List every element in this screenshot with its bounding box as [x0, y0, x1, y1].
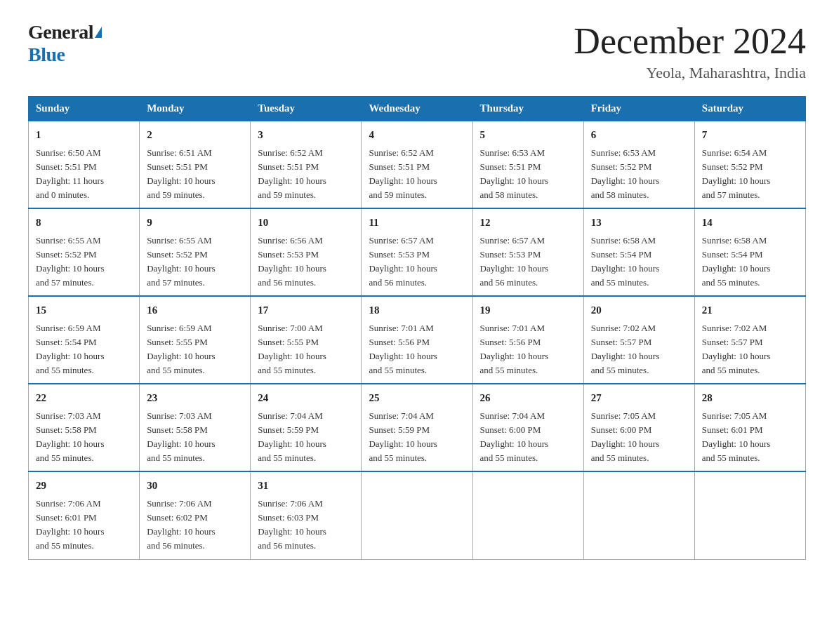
day-number: 1 [36, 127, 132, 143]
header-tuesday: Tuesday [251, 97, 362, 121]
calendar-week-row: 1Sunrise: 6:50 AMSunset: 5:51 PMDaylight… [29, 121, 806, 208]
calendar-cell [472, 471, 583, 559]
location-title: Yeola, Maharashtra, India [574, 64, 806, 82]
day-info: Sunrise: 7:04 AMSunset: 5:59 PMDaylight:… [258, 409, 354, 466]
day-number: 28 [702, 390, 798, 406]
calendar-cell: 9Sunrise: 6:55 AMSunset: 5:52 PMDaylight… [140, 208, 251, 296]
day-number: 9 [147, 215, 243, 231]
logo-general-text: General [28, 21, 93, 43]
calendar-cell: 7Sunrise: 6:54 AMSunset: 5:52 PMDaylight… [694, 121, 805, 208]
calendar-cell: 24Sunrise: 7:04 AMSunset: 5:59 PMDayligh… [251, 384, 362, 471]
calendar-cell: 1Sunrise: 6:50 AMSunset: 5:51 PMDaylight… [29, 121, 140, 208]
calendar-cell: 29Sunrise: 7:06 AMSunset: 6:01 PMDayligh… [29, 471, 140, 559]
calendar-cell: 13Sunrise: 6:58 AMSunset: 5:54 PMDayligh… [583, 208, 694, 296]
calendar-week-row: 8Sunrise: 6:55 AMSunset: 5:52 PMDaylight… [29, 208, 806, 296]
day-number: 19 [480, 302, 576, 318]
calendar-cell: 8Sunrise: 6:55 AMSunset: 5:52 PMDaylight… [29, 208, 140, 296]
calendar-cell: 25Sunrise: 7:04 AMSunset: 5:59 PMDayligh… [362, 384, 472, 471]
day-number: 22 [36, 390, 132, 406]
calendar-cell: 30Sunrise: 7:06 AMSunset: 6:02 PMDayligh… [140, 471, 251, 559]
day-number: 12 [480, 215, 576, 231]
day-number: 5 [480, 127, 576, 143]
day-number: 10 [258, 215, 354, 231]
day-number: 21 [702, 302, 798, 318]
day-info: Sunrise: 6:57 AMSunset: 5:53 PMDaylight:… [369, 234, 465, 290]
calendar-cell: 6Sunrise: 6:53 AMSunset: 5:52 PMDaylight… [583, 121, 694, 208]
logo: General Blue [28, 21, 102, 66]
header-friday: Friday [583, 97, 694, 121]
day-number: 8 [36, 215, 132, 231]
day-number: 15 [36, 302, 132, 318]
day-info: Sunrise: 6:52 AMSunset: 5:51 PMDaylight:… [258, 146, 354, 203]
page-header: General Blue December 2024 Yeola, Mahara… [28, 21, 806, 82]
day-number: 23 [147, 390, 243, 406]
header-sunday: Sunday [29, 97, 140, 121]
header-wednesday: Wednesday [362, 97, 472, 121]
day-info: Sunrise: 7:01 AMSunset: 5:56 PMDaylight:… [369, 321, 465, 378]
calendar-week-row: 15Sunrise: 6:59 AMSunset: 5:54 PMDayligh… [29, 296, 806, 384]
calendar-cell: 2Sunrise: 6:51 AMSunset: 5:51 PMDaylight… [140, 121, 251, 208]
day-info: Sunrise: 6:56 AMSunset: 5:53 PMDaylight:… [258, 234, 354, 290]
header-thursday: Thursday [472, 97, 583, 121]
day-number: 13 [591, 215, 687, 231]
day-number: 11 [369, 215, 465, 231]
day-info: Sunrise: 6:50 AMSunset: 5:51 PMDaylight:… [36, 146, 132, 203]
day-number: 25 [369, 390, 465, 406]
day-number: 26 [480, 390, 576, 406]
day-info: Sunrise: 7:04 AMSunset: 6:00 PMDaylight:… [480, 409, 576, 466]
calendar-cell: 27Sunrise: 7:05 AMSunset: 6:00 PMDayligh… [583, 384, 694, 471]
day-info: Sunrise: 6:58 AMSunset: 5:54 PMDaylight:… [702, 234, 798, 290]
logo-triangle-icon [95, 27, 102, 38]
day-info: Sunrise: 7:03 AMSunset: 5:58 PMDaylight:… [147, 409, 243, 466]
day-info: Sunrise: 7:06 AMSunset: 6:02 PMDaylight:… [147, 497, 243, 554]
day-number: 4 [369, 127, 465, 143]
calendar-cell: 19Sunrise: 7:01 AMSunset: 5:56 PMDayligh… [472, 296, 583, 384]
day-number: 17 [258, 302, 354, 318]
day-info: Sunrise: 7:02 AMSunset: 5:57 PMDaylight:… [591, 321, 687, 378]
calendar-cell: 3Sunrise: 6:52 AMSunset: 5:51 PMDaylight… [251, 121, 362, 208]
day-info: Sunrise: 6:58 AMSunset: 5:54 PMDaylight:… [591, 234, 687, 290]
day-info: Sunrise: 6:59 AMSunset: 5:54 PMDaylight:… [36, 321, 132, 378]
calendar-cell: 18Sunrise: 7:01 AMSunset: 5:56 PMDayligh… [362, 296, 472, 384]
day-info: Sunrise: 7:06 AMSunset: 6:01 PMDaylight:… [36, 497, 132, 554]
day-number: 27 [591, 390, 687, 406]
calendar-cell: 5Sunrise: 6:53 AMSunset: 5:51 PMDaylight… [472, 121, 583, 208]
calendar-cell: 20Sunrise: 7:02 AMSunset: 5:57 PMDayligh… [583, 296, 694, 384]
day-info: Sunrise: 7:00 AMSunset: 5:55 PMDaylight:… [258, 321, 354, 378]
title-block: December 2024 Yeola, Maharashtra, India [574, 21, 806, 82]
day-info: Sunrise: 7:04 AMSunset: 5:59 PMDaylight:… [369, 409, 465, 466]
day-info: Sunrise: 6:53 AMSunset: 5:51 PMDaylight:… [480, 146, 576, 203]
day-number: 6 [591, 127, 687, 143]
header-saturday: Saturday [694, 97, 805, 121]
calendar-cell: 12Sunrise: 6:57 AMSunset: 5:53 PMDayligh… [472, 208, 583, 296]
day-number: 18 [369, 302, 465, 318]
calendar-cell: 15Sunrise: 6:59 AMSunset: 5:54 PMDayligh… [29, 296, 140, 384]
calendar-cell: 11Sunrise: 6:57 AMSunset: 5:53 PMDayligh… [362, 208, 472, 296]
calendar-week-row: 22Sunrise: 7:03 AMSunset: 5:58 PMDayligh… [29, 384, 806, 471]
day-number: 16 [147, 302, 243, 318]
calendar-cell [694, 471, 805, 559]
month-title: December 2024 [574, 21, 806, 61]
day-info: Sunrise: 7:06 AMSunset: 6:03 PMDaylight:… [258, 497, 354, 554]
calendar-cell: 16Sunrise: 6:59 AMSunset: 5:55 PMDayligh… [140, 296, 251, 384]
calendar-week-row: 29Sunrise: 7:06 AMSunset: 6:01 PMDayligh… [29, 471, 806, 559]
calendar-cell: 31Sunrise: 7:06 AMSunset: 6:03 PMDayligh… [251, 471, 362, 559]
day-number: 24 [258, 390, 354, 406]
day-info: Sunrise: 6:59 AMSunset: 5:55 PMDaylight:… [147, 321, 243, 378]
day-info: Sunrise: 7:05 AMSunset: 6:01 PMDaylight:… [702, 409, 798, 466]
calendar-cell: 4Sunrise: 6:52 AMSunset: 5:51 PMDaylight… [362, 121, 472, 208]
calendar-cell: 22Sunrise: 7:03 AMSunset: 5:58 PMDayligh… [29, 384, 140, 471]
logo-blue-text: Blue [28, 43, 65, 65]
day-info: Sunrise: 6:51 AMSunset: 5:51 PMDaylight:… [147, 146, 243, 203]
day-info: Sunrise: 7:01 AMSunset: 5:56 PMDaylight:… [480, 321, 576, 378]
calendar-cell: 26Sunrise: 7:04 AMSunset: 6:00 PMDayligh… [472, 384, 583, 471]
calendar-cell: 14Sunrise: 6:58 AMSunset: 5:54 PMDayligh… [694, 208, 805, 296]
calendar-table: SundayMondayTuesdayWednesdayThursdayFrid… [28, 96, 806, 559]
day-number: 29 [36, 478, 132, 494]
calendar-cell: 21Sunrise: 7:02 AMSunset: 5:57 PMDayligh… [694, 296, 805, 384]
day-number: 30 [147, 478, 243, 494]
calendar-cell: 17Sunrise: 7:00 AMSunset: 5:55 PMDayligh… [251, 296, 362, 384]
calendar-cell [583, 471, 694, 559]
day-info: Sunrise: 7:03 AMSunset: 5:58 PMDaylight:… [36, 409, 132, 466]
day-info: Sunrise: 6:55 AMSunset: 5:52 PMDaylight:… [36, 234, 132, 290]
